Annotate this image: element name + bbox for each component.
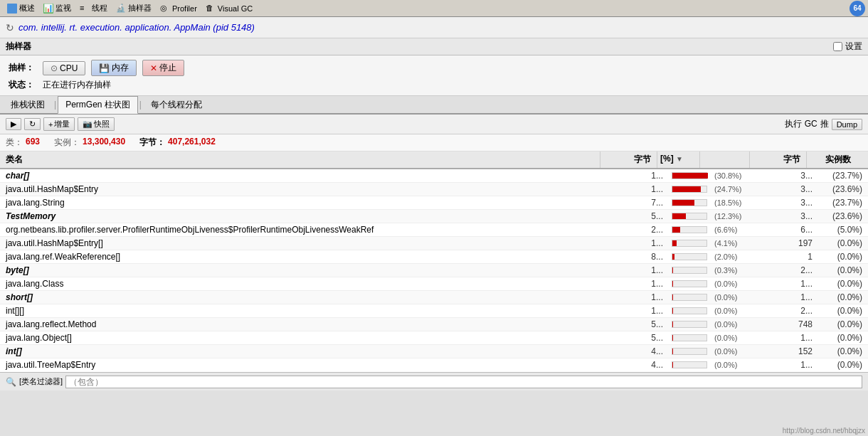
nav-visualgc[interactable]: 🗑 Visual GC <box>201 3 257 14</box>
cell-bytes1-11: 5... <box>612 318 669 331</box>
nav-profiler-label: Profiler <box>172 4 197 13</box>
cell-instances-7: (0.0%) <box>818 264 868 277</box>
classes-stat: 类： 693 <box>6 137 40 149</box>
table-row[interactable]: short[] 1... (0.0%) 1... (0.0%) <box>0 291 868 304</box>
nav-threads-label: 线程 <box>92 3 107 14</box>
sampling-buttons-row: 抽样： ⊙ CPU 💾 内存 ✕ 停止 <box>9 60 859 76</box>
filter-bracket-label: [类名过滤器] <box>19 376 63 387</box>
table-row[interactable]: byte[] 1... (0.3%) 2... (0.0%) <box>0 264 868 277</box>
cell-bytes1-2: 7... <box>612 196 669 209</box>
cell-bar-14 <box>669 360 711 370</box>
bar-fill-6 <box>672 254 674 260</box>
table-row[interactable]: java.lang.Object[] 5... (0.0%) 1... (0.0… <box>0 331 868 345</box>
process-title-text: com. intellij. rt. execution. applicatio… <box>18 22 255 33</box>
cell-bytes1-3: 5... <box>612 210 669 223</box>
tab-separator-1: | <box>53 100 58 110</box>
header-bytes1[interactable]: 字节 <box>600 151 657 168</box>
instances-label: 实例： <box>54 137 80 149</box>
refresh-icon[interactable]: ↻ <box>6 22 14 33</box>
bar-container-14 <box>672 361 707 368</box>
tab-separator-2: | <box>138 100 143 110</box>
nav-overview-label: 概述 <box>19 3 35 14</box>
table-row[interactable]: java.lang.reflect.Method 5... (0.0%) 748… <box>0 318 868 331</box>
profiler-icon: ◎ <box>160 4 170 14</box>
cell-instances-10: (0.0%) <box>818 304 868 317</box>
bar-container-2 <box>672 199 707 206</box>
header-bytes2-label: 字节 <box>783 154 800 164</box>
panel-header: 抽样器 设置 <box>0 38 868 55</box>
table-row[interactable]: char[] 1... (30.8%) 3... (23.7%) <box>0 169 868 183</box>
nav-profiler[interactable]: ◎ Profiler <box>156 3 201 14</box>
panel-title: 抽样器 <box>6 41 31 53</box>
nav-monitor-label: 监视 <box>55 3 71 14</box>
bar-container-11 <box>672 321 707 328</box>
play-button[interactable]: ▶ <box>6 118 21 130</box>
cell-instances-1: (23.6%) <box>818 183 868 196</box>
cell-name-5: java.util.HashMap$Entry[] <box>0 237 612 250</box>
cell-bytes1-12: 5... <box>612 331 669 344</box>
stop-button[interactable]: ✕ 停止 <box>142 60 184 76</box>
table-row[interactable]: int[] 4... (0.0%) 152 (0.0%) <box>0 345 868 358</box>
filter-input[interactable] <box>65 376 862 388</box>
bar-fill-7 <box>672 267 673 273</box>
snapshot-button[interactable]: 📷 快照 <box>78 117 115 131</box>
table-body[interactable]: char[] 1... (30.8%) 3... (23.7%) java.ut… <box>0 169 868 371</box>
memory-button[interactable]: 💾 内存 <box>91 60 137 76</box>
cell-bytes2-10: 2... <box>761 304 818 317</box>
tab-permgen[interactable]: PermGen 柱状图 <box>58 96 138 114</box>
cell-bar-6 <box>669 252 711 262</box>
header-instances: 实例数 <box>807 151 857 168</box>
header-bar[interactable]: [%] ▼ <box>657 151 700 168</box>
cell-bytes1-10: 1... <box>612 304 669 317</box>
table-row[interactable]: java.lang.Class 1... (0.0%) 1... (0.0%) <box>0 277 868 291</box>
table-row[interactable]: org.netbeans.lib.profiler.server.Profile… <box>0 223 868 237</box>
cell-instances-13: (0.0%) <box>818 345 868 358</box>
toolbar-left: ▶ ↻ + 增量 📷 快照 <box>6 117 115 131</box>
nav-visualgc-label: Visual GC <box>218 4 253 13</box>
bar-container-5 <box>672 240 707 247</box>
tab-callstack[interactable]: 推栈状图 <box>3 96 53 114</box>
table-row[interactable]: java.util.HashMap$Entry 1... (24.7%) 3..… <box>0 183 868 196</box>
bar-container-1 <box>672 186 707 193</box>
table-row[interactable]: java.util.TreeMap$Entry 4... (0.0%) 1...… <box>0 358 868 371</box>
settings-checkbox[interactable] <box>833 42 842 51</box>
table-row[interactable]: int[][] 1... (0.0%) 2... (0.0%) <box>0 304 868 318</box>
refresh-button[interactable]: ↻ <box>24 118 41 130</box>
cell-bytes2-14: 1... <box>761 358 818 371</box>
nav-threads[interactable]: ≡ 线程 <box>75 2 112 14</box>
cell-instances-11: (0.0%) <box>818 318 868 331</box>
watermark: http://blog.csdn.net/hbqjzx <box>783 427 865 435</box>
cell-bar-7 <box>669 265 711 275</box>
tab-thread-alloc[interactable]: 每个线程分配 <box>143 96 210 114</box>
settings-checkbox-area[interactable]: 设置 <box>833 41 862 53</box>
table-row[interactable]: TestMemory 5... (12.3%) 3... (23.6%) <box>0 210 868 223</box>
nav-monitor[interactable]: 📊 监视 <box>39 2 75 14</box>
cell-instances-4: (5.0%) <box>818 223 868 236</box>
bar-container-0 <box>672 172 707 179</box>
sampling-label: 抽样： <box>9 62 37 74</box>
bar-fill-2 <box>672 200 694 206</box>
play-icon: ▶ <box>11 119 16 129</box>
add-button[interactable]: + 增量 <box>43 117 75 131</box>
nav-sampler[interactable]: 🔬 抽样器 <box>112 2 156 14</box>
table-row[interactable]: java.util.HashMap$Entry[] 1... (4.1%) 19… <box>0 237 868 250</box>
table-row[interactable]: java.lang.String 7... (18.5%) 3... (23.7… <box>0 196 868 210</box>
dump-button[interactable]: Dump <box>832 119 862 130</box>
cell-pct-9: (0.0%) <box>711 292 761 303</box>
nav-overview[interactable]: 概述 <box>3 2 39 14</box>
cell-pct-0: (30.8%) <box>711 170 761 181</box>
cell-bytes1-5: 1... <box>612 237 669 250</box>
sampler-icon: 🔬 <box>116 4 126 14</box>
cell-name-0: char[] <box>0 169 612 182</box>
refresh-icon-tb: ↻ <box>29 119 36 129</box>
header-bar-label: [%] <box>660 154 674 164</box>
cell-bytes2-8: 1... <box>761 277 818 290</box>
tab-callstack-label: 推栈状图 <box>11 100 45 110</box>
memory-icon: 💾 <box>99 63 110 73</box>
cell-bytes1-6: 8... <box>612 250 669 263</box>
cell-pct-8: (0.0%) <box>711 278 761 289</box>
cpu-button[interactable]: ⊙ CPU <box>43 61 85 75</box>
instances-value: 13,300,430 <box>83 137 125 149</box>
toolbar-right: 执行 GC 推 Dump <box>785 118 862 130</box>
table-row[interactable]: java.lang.ref.WeakReference[] 8... (2.0%… <box>0 250 868 264</box>
